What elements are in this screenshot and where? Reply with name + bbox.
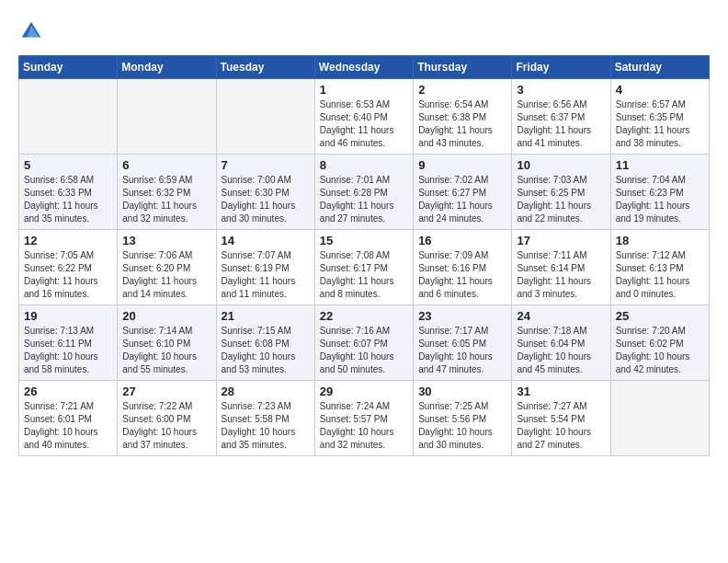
logo	[18, 18, 48, 44]
day-number: 15	[320, 234, 408, 247]
day-info: Sunrise: 7:06 AM Sunset: 6:20 PM Dayligh…	[122, 249, 210, 301]
day-number: 6	[122, 158, 210, 172]
day-number: 26	[24, 385, 112, 398]
calendar-header-sunday: Sunday	[19, 56, 118, 79]
day-number: 8	[320, 158, 408, 172]
calendar-cell: 5Sunrise: 6:58 AM Sunset: 6:33 PM Daylig…	[19, 155, 118, 230]
day-info: Sunrise: 7:14 AM Sunset: 6:10 PM Dayligh…	[122, 325, 210, 376]
day-number: 16	[418, 234, 506, 247]
day-info: Sunrise: 7:05 AM Sunset: 6:22 PM Dayligh…	[24, 249, 112, 301]
day-number: 13	[122, 234, 210, 247]
day-info: Sunrise: 7:13 AM Sunset: 6:11 PM Dayligh…	[24, 325, 112, 376]
calendar-cell: 27Sunrise: 7:22 AM Sunset: 6:00 PM Dayli…	[118, 381, 216, 456]
day-number: 31	[517, 385, 605, 398]
calendar-header-wednesday: Wednesday	[314, 56, 413, 79]
day-info: Sunrise: 6:59 AM Sunset: 6:32 PM Dayligh…	[122, 174, 210, 225]
calendar-cell: 23Sunrise: 7:17 AM Sunset: 6:05 PM Dayli…	[414, 305, 512, 381]
page-header	[18, 18, 710, 44]
day-number: 19	[24, 309, 112, 323]
calendar-cell: 29Sunrise: 7:24 AM Sunset: 5:57 PM Dayli…	[314, 381, 413, 456]
calendar-week-row: 19Sunrise: 7:13 AM Sunset: 6:11 PM Dayli…	[19, 305, 710, 381]
day-info: Sunrise: 7:03 AM Sunset: 6:25 PM Dayligh…	[517, 174, 605, 225]
day-number: 10	[517, 158, 605, 172]
day-number: 7	[222, 158, 310, 172]
day-info: Sunrise: 7:09 AM Sunset: 6:16 PM Dayligh…	[418, 249, 506, 301]
calendar-cell: 30Sunrise: 7:25 AM Sunset: 5:56 PM Dayli…	[414, 381, 512, 456]
day-info: Sunrise: 7:11 AM Sunset: 6:14 PM Dayligh…	[517, 249, 605, 301]
day-number: 22	[320, 309, 408, 323]
day-number: 12	[24, 234, 112, 247]
calendar-week-row: 5Sunrise: 6:58 AM Sunset: 6:33 PM Daylig…	[19, 155, 710, 230]
day-number: 3	[517, 83, 605, 97]
calendar-cell: 22Sunrise: 7:16 AM Sunset: 6:07 PM Dayli…	[314, 305, 413, 381]
calendar-cell: 9Sunrise: 7:02 AM Sunset: 6:27 PM Daylig…	[414, 155, 512, 230]
calendar-cell: 28Sunrise: 7:23 AM Sunset: 5:58 PM Dayli…	[216, 381, 314, 456]
calendar-cell: 1Sunrise: 6:53 AM Sunset: 6:40 PM Daylig…	[314, 79, 413, 155]
calendar-cell: 17Sunrise: 7:11 AM Sunset: 6:14 PM Dayli…	[512, 230, 610, 305]
calendar-cell: 31Sunrise: 7:27 AM Sunset: 5:54 PM Dayli…	[512, 381, 610, 456]
day-info: Sunrise: 7:20 AM Sunset: 6:02 PM Dayligh…	[616, 325, 704, 376]
calendar-header-row: SundayMondayTuesdayWednesdayThursdayFrid…	[19, 56, 710, 79]
day-info: Sunrise: 6:53 AM Sunset: 6:40 PM Dayligh…	[320, 98, 408, 150]
calendar-table: SundayMondayTuesdayWednesdayThursdayFrid…	[18, 55, 710, 456]
calendar-cell: 3Sunrise: 6:56 AM Sunset: 6:37 PM Daylig…	[512, 79, 610, 155]
calendar-cell	[118, 79, 216, 155]
calendar-cell: 21Sunrise: 7:15 AM Sunset: 6:08 PM Dayli…	[216, 305, 314, 381]
day-number: 23	[418, 309, 506, 323]
day-info: Sunrise: 7:18 AM Sunset: 6:04 PM Dayligh…	[517, 325, 605, 376]
day-info: Sunrise: 6:56 AM Sunset: 6:37 PM Dayligh…	[517, 98, 605, 150]
calendar-cell: 12Sunrise: 7:05 AM Sunset: 6:22 PM Dayli…	[19, 230, 118, 305]
calendar-cell: 13Sunrise: 7:06 AM Sunset: 6:20 PM Dayli…	[118, 230, 216, 305]
calendar-header-saturday: Saturday	[610, 56, 709, 79]
day-info: Sunrise: 6:57 AM Sunset: 6:35 PM Dayligh…	[616, 98, 704, 150]
day-info: Sunrise: 7:04 AM Sunset: 6:23 PM Dayligh…	[616, 174, 704, 225]
logo-icon	[18, 18, 44, 44]
day-number: 27	[122, 385, 210, 398]
calendar-cell: 15Sunrise: 7:08 AM Sunset: 6:17 PM Dayli…	[314, 230, 413, 305]
day-number: 29	[320, 385, 408, 398]
day-number: 14	[222, 234, 310, 247]
calendar-cell: 11Sunrise: 7:04 AM Sunset: 6:23 PM Dayli…	[610, 155, 709, 230]
calendar-week-row: 26Sunrise: 7:21 AM Sunset: 6:01 PM Dayli…	[19, 381, 710, 456]
calendar-cell: 4Sunrise: 6:57 AM Sunset: 6:35 PM Daylig…	[610, 79, 709, 155]
calendar-cell: 2Sunrise: 6:54 AM Sunset: 6:38 PM Daylig…	[414, 79, 512, 155]
day-info: Sunrise: 7:00 AM Sunset: 6:30 PM Dayligh…	[222, 174, 310, 225]
day-info: Sunrise: 6:54 AM Sunset: 6:38 PM Dayligh…	[418, 98, 506, 150]
day-info: Sunrise: 7:21 AM Sunset: 6:01 PM Dayligh…	[24, 400, 112, 452]
day-number: 4	[616, 83, 704, 97]
calendar-cell: 26Sunrise: 7:21 AM Sunset: 6:01 PM Dayli…	[19, 381, 118, 456]
day-info: Sunrise: 7:24 AM Sunset: 5:57 PM Dayligh…	[320, 400, 408, 452]
day-info: Sunrise: 7:02 AM Sunset: 6:27 PM Dayligh…	[418, 174, 506, 225]
day-number: 21	[222, 309, 310, 323]
day-info: Sunrise: 7:01 AM Sunset: 6:28 PM Dayligh…	[320, 174, 408, 225]
day-number: 18	[616, 234, 704, 247]
calendar-cell: 16Sunrise: 7:09 AM Sunset: 6:16 PM Dayli…	[414, 230, 512, 305]
day-info: Sunrise: 7:23 AM Sunset: 5:58 PM Dayligh…	[222, 400, 310, 452]
calendar-cell: 24Sunrise: 7:18 AM Sunset: 6:04 PM Dayli…	[512, 305, 610, 381]
calendar-cell: 20Sunrise: 7:14 AM Sunset: 6:10 PM Dayli…	[118, 305, 216, 381]
calendar-cell: 7Sunrise: 7:00 AM Sunset: 6:30 PM Daylig…	[216, 155, 314, 230]
day-info: Sunrise: 7:07 AM Sunset: 6:19 PM Dayligh…	[222, 249, 310, 301]
day-number: 20	[122, 309, 210, 323]
day-number: 5	[24, 158, 112, 172]
calendar-cell: 19Sunrise: 7:13 AM Sunset: 6:11 PM Dayli…	[19, 305, 118, 381]
calendar-cell: 6Sunrise: 6:59 AM Sunset: 6:32 PM Daylig…	[118, 155, 216, 230]
day-number: 1	[320, 83, 408, 97]
day-number: 9	[418, 158, 506, 172]
calendar-cell	[216, 79, 314, 155]
day-number: 30	[418, 385, 506, 398]
day-number: 2	[418, 83, 506, 97]
day-info: Sunrise: 6:58 AM Sunset: 6:33 PM Dayligh…	[24, 174, 112, 225]
calendar-header-thursday: Thursday	[414, 56, 512, 79]
day-info: Sunrise: 7:15 AM Sunset: 6:08 PM Dayligh…	[222, 325, 310, 376]
day-number: 28	[222, 385, 310, 398]
calendar-header-tuesday: Tuesday	[216, 56, 314, 79]
day-info: Sunrise: 7:22 AM Sunset: 6:00 PM Dayligh…	[122, 400, 210, 452]
calendar-cell: 18Sunrise: 7:12 AM Sunset: 6:13 PM Dayli…	[610, 230, 709, 305]
day-info: Sunrise: 7:08 AM Sunset: 6:17 PM Dayligh…	[320, 249, 408, 301]
day-number: 17	[517, 234, 605, 247]
calendar-cell: 8Sunrise: 7:01 AM Sunset: 6:28 PM Daylig…	[314, 155, 413, 230]
calendar-week-row: 12Sunrise: 7:05 AM Sunset: 6:22 PM Dayli…	[19, 230, 710, 305]
day-number: 25	[616, 309, 704, 323]
day-number: 11	[616, 158, 704, 172]
